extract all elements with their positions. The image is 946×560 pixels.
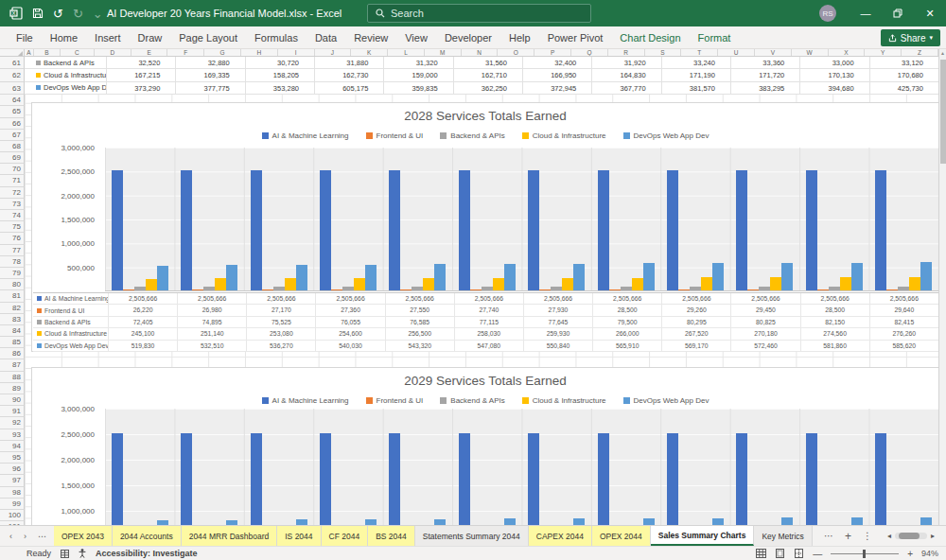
save-icon[interactable]	[32, 8, 44, 19]
value-cell[interactable]: 30,720	[246, 57, 315, 69]
ribbon-tab-format[interactable]: Format	[690, 26, 740, 49]
value-cell[interactable]: 381,570	[662, 82, 731, 95]
column-header-F[interactable]: F	[167, 49, 204, 56]
row-header-84[interactable]: 84	[0, 325, 25, 337]
value-cell[interactable]: 359,835	[384, 82, 453, 95]
value-cell[interactable]: 167,215	[107, 69, 176, 81]
row-header-62[interactable]: 62	[0, 69, 25, 81]
column-header-W[interactable]: W	[792, 49, 829, 56]
horizontal-scroll-thumb[interactable]	[899, 533, 920, 539]
value-cell[interactable]: 372,945	[523, 82, 592, 95]
row-header-93[interactable]: 93	[0, 429, 25, 441]
column-header-M[interactable]: M	[425, 49, 462, 56]
row-header-67[interactable]: 67	[0, 130, 25, 141]
row-header-68[interactable]: 68	[0, 141, 25, 152]
column-header-J[interactable]: J	[315, 49, 352, 56]
search-box[interactable]: Search	[367, 4, 591, 23]
more-sheets-icon[interactable]: ⋯	[824, 531, 833, 541]
chart-2029-services-totals[interactable]: 2029 Services Totals Earned AI & Machine…	[31, 367, 939, 525]
column-header-R[interactable]: R	[608, 49, 645, 56]
row-header-63[interactable]: 63	[0, 82, 25, 95]
row-header-82[interactable]: 82	[0, 303, 25, 314]
sheet-tab-opex-2043[interactable]: OPEX 2043	[54, 526, 113, 546]
worksheet-area[interactable]: ABCDEFGHIJKLMNOPQRSTUVWXYZ 6162636465666…	[0, 49, 946, 525]
row-header-86[interactable]: 86	[0, 348, 25, 359]
select-all-corner[interactable]	[0, 49, 25, 57]
row-header-76[interactable]: 76	[0, 233, 25, 244]
row-header-99[interactable]: 99	[0, 499, 25, 510]
row-header-83[interactable]: 83	[0, 314, 25, 325]
ribbon-tab-developer[interactable]: Developer	[436, 26, 500, 49]
sheet-tab-is-2044[interactable]: IS 2044	[277, 526, 321, 546]
column-header-S[interactable]: S	[645, 49, 682, 56]
series-label-cell[interactable]: DevOps Web App Dev	[25, 82, 107, 95]
row-header-77[interactable]: 77	[0, 245, 25, 256]
ribbon-tab-draw[interactable]: Draw	[130, 26, 171, 49]
row-header-69[interactable]: 69	[0, 152, 25, 164]
tab-scroll-left-icon[interactable]: ‹	[9, 532, 12, 541]
column-header-G[interactable]: G	[204, 49, 241, 56]
column-header-U[interactable]: U	[718, 49, 755, 56]
ribbon-tab-chart-design[interactable]: Chart Design	[611, 26, 689, 49]
value-cell[interactable]: 170,680	[870, 69, 939, 81]
ribbon-tab-review[interactable]: Review	[345, 26, 396, 49]
column-header-I[interactable]: I	[278, 49, 315, 56]
zoom-level[interactable]: 94%	[921, 549, 938, 558]
row-header-87[interactable]: 87	[0, 359, 25, 371]
value-cell[interactable]: 171,720	[731, 69, 800, 81]
value-cell[interactable]: 32,520	[107, 57, 176, 69]
column-header-B[interactable]: B	[34, 49, 61, 56]
column-header-Q[interactable]: Q	[571, 49, 608, 56]
row-header-65[interactable]: 65	[0, 106, 25, 117]
row-header-75[interactable]: 75	[0, 221, 25, 233]
value-cell[interactable]: 373,290	[107, 82, 176, 95]
sheet-tab-2044-mrr-dashboard[interactable]: 2044 MRR Dashboard	[182, 526, 278, 546]
ribbon-tab-view[interactable]: View	[396, 26, 436, 49]
sheet-tab-statements-summary-2044[interactable]: Statements Summary 2044	[415, 526, 529, 546]
vertical-scrollbar[interactable]: ▲	[938, 49, 946, 525]
column-header-P[interactable]: P	[534, 49, 571, 56]
ribbon-tab-insert[interactable]: Insert	[86, 26, 130, 49]
row-header-90[interactable]: 90	[0, 394, 25, 406]
ribbon-tab-home[interactable]: Home	[42, 26, 86, 49]
column-header-D[interactable]: D	[95, 49, 131, 56]
zoom-in-button[interactable]: +	[907, 549, 913, 559]
undo-icon[interactable]: ↺	[53, 8, 63, 20]
value-cell[interactable]: 33,360	[731, 57, 800, 69]
value-cell[interactable]: 367,770	[592, 82, 661, 95]
ribbon-tab-file[interactable]: File	[8, 26, 42, 49]
restore-button[interactable]	[882, 0, 914, 26]
ribbon-tab-formulas[interactable]: Formulas	[246, 26, 307, 49]
row-header-96[interactable]: 96	[0, 464, 25, 475]
ribbon-tab-page-layout[interactable]: Page Layout	[170, 26, 246, 49]
value-cell[interactable]: 166,950	[523, 69, 592, 81]
value-cell[interactable]: 32,880	[176, 57, 245, 69]
series-label-cell[interactable]: Cloud & Infrastructure	[25, 69, 107, 81]
ribbon-tab-help[interactable]: Help	[500, 26, 539, 49]
page-break-view-icon[interactable]	[794, 549, 804, 558]
sheet-tab-opex-2044[interactable]: OPEX 2044	[592, 526, 651, 546]
normal-view-icon[interactable]	[756, 549, 766, 558]
value-cell[interactable]: 31,320	[384, 57, 453, 69]
hscroll-left-icon[interactable]: ◂	[887, 532, 891, 540]
ribbon-tab-data[interactable]: Data	[307, 26, 345, 49]
row-header-98[interactable]: 98	[0, 487, 25, 499]
page-layout-view-icon[interactable]	[775, 549, 785, 558]
value-cell[interactable]: 33,120	[870, 57, 939, 69]
chart-2028-services-totals[interactable]: 2028 Services Totals Earned AI & Machine…	[31, 102, 939, 352]
column-header-Z[interactable]: Z	[902, 49, 938, 56]
new-sheet-button[interactable]: +	[845, 530, 851, 543]
column-header-C[interactable]: C	[61, 49, 95, 56]
row-header-70[interactable]: 70	[0, 164, 25, 175]
column-header-O[interactable]: O	[498, 49, 534, 56]
plot-area[interactable]	[105, 409, 938, 525]
value-cell[interactable]: 394,680	[800, 82, 869, 95]
row-header-73[interactable]: 73	[0, 199, 25, 210]
row-header-79[interactable]: 79	[0, 268, 25, 279]
value-cell[interactable]: 159,000	[384, 69, 453, 81]
redo-icon[interactable]: ↻	[73, 8, 83, 20]
ribbon-tab-power-pivot[interactable]: Power Pivot	[539, 26, 612, 49]
scroll-up-icon[interactable]: ▲	[939, 49, 946, 58]
value-cell[interactable]: 353,280	[246, 82, 315, 95]
series-label-cell[interactable]: Backend & APIs	[25, 57, 107, 69]
